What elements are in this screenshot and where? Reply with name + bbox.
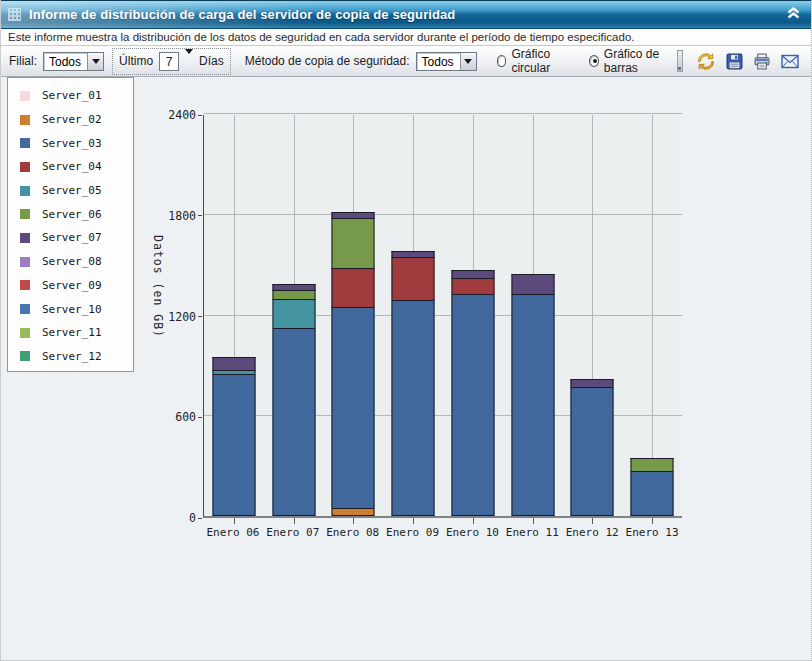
y-tick-label: 1200 xyxy=(168,310,196,324)
legend-swatch-icon xyxy=(20,351,30,361)
days-dropdown-button[interactable] xyxy=(185,54,193,68)
bar-segment-Server_07 xyxy=(511,274,554,294)
legend-item: Server_01 xyxy=(14,84,133,108)
stacked-bar xyxy=(571,379,614,516)
legend-item: Server_12 xyxy=(14,345,133,369)
filial-label: Filial: xyxy=(9,54,37,68)
x-axis-labels: Enero 06Enero 07Enero 08Enero 09Enero 10… xyxy=(203,526,682,539)
legend-item: Server_03 xyxy=(14,131,133,155)
chevron-down-icon xyxy=(464,59,472,64)
stacked-bar xyxy=(212,357,255,516)
legend-swatch-icon xyxy=(20,328,30,338)
chevrons-up-icon[interactable] xyxy=(786,6,801,24)
y-tick-label: 0 xyxy=(189,511,196,525)
stacked-bar xyxy=(511,274,554,516)
bar-segment-Server_07 xyxy=(212,357,255,370)
legend-swatch-icon xyxy=(20,138,30,148)
legend-label: Server_02 xyxy=(42,113,102,126)
radio-bar-label: Gráfico de barras xyxy=(604,47,677,75)
legend-swatch-icon xyxy=(20,115,30,125)
legend-label: Server_06 xyxy=(42,208,102,221)
filial-dropdown-button[interactable] xyxy=(87,53,103,70)
legend-label: Server_05 xyxy=(42,184,102,197)
y-axis-ticks: 0600120018002400 xyxy=(149,115,202,518)
bar-segment-Server_03 xyxy=(631,471,674,516)
y-tick-mark xyxy=(198,215,202,216)
bar-segment-Server_05 xyxy=(272,299,315,328)
bar-segment-Server_03 xyxy=(332,307,375,508)
legend-swatch-icon xyxy=(20,257,30,267)
x-tick-label: Enero 09 xyxy=(383,526,443,539)
bar-segment-Server_03 xyxy=(571,387,614,516)
legend-label: Server_04 xyxy=(42,160,102,173)
y-tick-label: 2400 xyxy=(168,108,196,122)
y-tick: 600 xyxy=(149,410,202,424)
radio-bar-chart[interactable]: Gráfico de barras xyxy=(589,47,677,75)
stacked-bar xyxy=(392,251,435,516)
category-slot xyxy=(563,115,623,516)
legend-swatch-icon xyxy=(20,209,30,219)
legend-item: Server_10 xyxy=(14,297,133,321)
y-tick-mark xyxy=(198,115,202,116)
report-window: Informe de distribución de carga del ser… xyxy=(0,0,812,661)
legend-label: Server_01 xyxy=(42,89,102,102)
days-select[interactable]: 7 xyxy=(159,52,179,71)
bar-segment-Server_03 xyxy=(272,328,315,516)
category-slot xyxy=(324,115,384,516)
gridline xyxy=(652,115,653,516)
chart-legend: Server_01Server_02Server_03Server_04Serv… xyxy=(7,77,134,372)
legend-swatch-icon xyxy=(20,233,30,243)
y-tick-mark xyxy=(198,518,202,519)
legend-item: Server_11 xyxy=(14,321,133,345)
report-description: Este informe muestra la distribución de … xyxy=(8,31,634,43)
legend-swatch-icon xyxy=(20,186,30,196)
y-tick: 2400 xyxy=(149,108,202,122)
category-slot xyxy=(204,115,264,516)
legend-label: Server_11 xyxy=(42,326,102,339)
legend-item: Server_09 xyxy=(14,274,133,298)
legend-label: Server_08 xyxy=(42,255,102,268)
toolbar-actions xyxy=(689,48,807,74)
title-bar: Informe de distribución de carga del ser… xyxy=(1,0,811,29)
y-tick: 1800 xyxy=(149,209,202,223)
ultimo-label: Último xyxy=(119,54,153,68)
method-dropdown-button[interactable] xyxy=(460,53,476,70)
legend-item: Server_04 xyxy=(14,155,133,179)
legend-item: Server_06 xyxy=(14,202,133,226)
bar-chart-plot xyxy=(203,115,682,518)
bar-segment-Server_03 xyxy=(392,300,435,516)
legend-label: Server_12 xyxy=(42,350,102,363)
filial-selected-value: Todos xyxy=(44,53,87,70)
category-slot xyxy=(443,115,503,516)
y-tick: 0 xyxy=(149,511,202,525)
category-slot xyxy=(383,115,443,516)
y-tick: 1200 xyxy=(149,310,202,324)
legend-item: Server_05 xyxy=(14,179,133,203)
y-tick-mark xyxy=(198,316,202,317)
filial-select[interactable]: Todos xyxy=(43,52,104,71)
category-slot xyxy=(264,115,324,516)
method-label: Método de copia de seguridad: xyxy=(245,54,410,68)
legend-item: Server_02 xyxy=(14,108,133,132)
report-content: Server_01Server_02Server_03Server_04Serv… xyxy=(1,77,811,660)
legend-swatch-icon xyxy=(20,280,30,290)
save-icon[interactable] xyxy=(723,50,745,72)
legend-swatch-icon xyxy=(20,91,30,101)
email-icon[interactable] xyxy=(779,50,801,72)
chevron-down-icon xyxy=(185,49,193,68)
toolbar-resize-grip[interactable] xyxy=(677,50,683,72)
stacked-bar xyxy=(451,270,494,516)
method-select[interactable]: Todos xyxy=(416,52,477,71)
bar-segment-Server_06 xyxy=(332,218,375,268)
period-group: Último 7 Días xyxy=(112,48,231,75)
category-slot xyxy=(622,115,682,516)
legend-item: Server_07 xyxy=(14,226,133,250)
bar-segment-Server_04 xyxy=(392,257,435,300)
toolbar: Filial: Todos Último 7 Días Método de co… xyxy=(1,46,811,77)
legend-label: Server_03 xyxy=(42,137,102,150)
print-icon[interactable] xyxy=(751,50,773,72)
radio-button-icon xyxy=(589,55,599,67)
radio-pie-chart[interactable]: Gráfico circular xyxy=(497,47,575,75)
category-slot xyxy=(503,115,563,516)
refresh-icon[interactable] xyxy=(695,50,717,72)
